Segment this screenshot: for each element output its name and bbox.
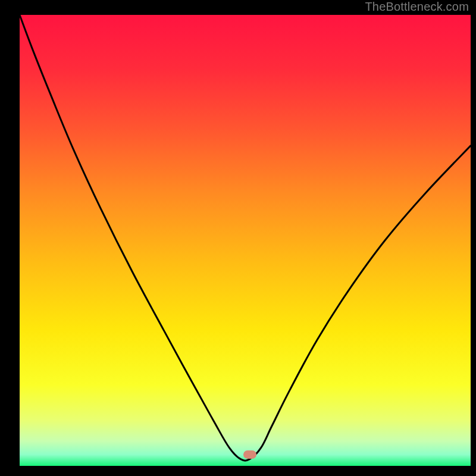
bottleneck-curve [20,15,471,461]
minimum-marker [243,450,256,459]
chart-stage: TheBottleneck.com [0,0,476,476]
watermark-text: TheBottleneck.com [365,0,469,14]
plot-area [20,15,471,462]
curve-layer [20,15,471,466]
